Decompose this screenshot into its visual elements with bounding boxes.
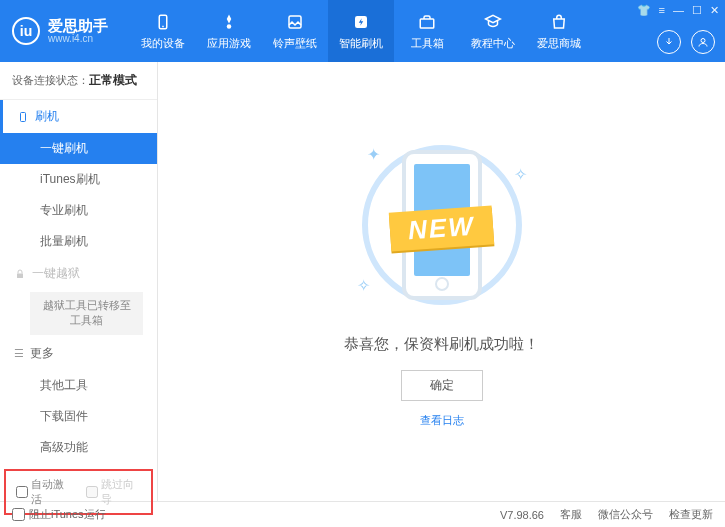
sidebar-item-itunes-flash[interactable]: iTunes刷机 bbox=[0, 164, 157, 195]
svg-rect-7 bbox=[21, 112, 26, 121]
connection-status: 设备连接状态：正常模式 bbox=[0, 62, 157, 100]
tutorial-icon bbox=[483, 12, 503, 32]
nav-tutorials[interactable]: 教程中心 bbox=[460, 0, 526, 62]
view-log-link[interactable]: 查看日志 bbox=[420, 413, 464, 428]
maximize-button[interactable]: ☐ bbox=[692, 4, 702, 17]
nav-label: 教程中心 bbox=[471, 36, 515, 51]
nav-label: 铃声壁纸 bbox=[273, 36, 317, 51]
svg-point-6 bbox=[701, 39, 705, 43]
nav-my-device[interactable]: 我的设备 bbox=[130, 0, 196, 62]
lock-icon bbox=[14, 268, 26, 280]
footer-wechat[interactable]: 微信公众号 bbox=[598, 507, 653, 522]
success-message: 恭喜您，保资料刷机成功啦！ bbox=[344, 335, 539, 354]
checkbox-auto-activate[interactable]: 自动激活 bbox=[16, 477, 72, 507]
footer-check-update[interactable]: 检查更新 bbox=[669, 507, 713, 522]
nav-label: 应用游戏 bbox=[207, 36, 251, 51]
jailbreak-note: 越狱工具已转移至工具箱 bbox=[30, 292, 143, 335]
apps-icon bbox=[219, 12, 239, 32]
nav-apps-games[interactable]: 应用游戏 bbox=[196, 0, 262, 62]
svg-rect-3 bbox=[289, 16, 301, 28]
menu-icon[interactable]: ≡ bbox=[659, 4, 665, 17]
wallpaper-icon bbox=[285, 12, 305, 32]
main-content: ✦ ✧ ✧ NEW 恭喜您，保资料刷机成功啦！ 确定 查看日志 bbox=[158, 62, 725, 501]
sidebar-item-other-tools[interactable]: 其他工具 bbox=[0, 370, 157, 401]
sidebar-section-jailbreak: 一键越狱 bbox=[0, 257, 157, 290]
close-button[interactable]: ✕ bbox=[710, 4, 719, 17]
nav-store[interactable]: 爱思商城 bbox=[526, 0, 592, 62]
sidebar: 设备连接状态：正常模式 刷机 一键刷机 iTunes刷机 专业刷机 批量刷机 一… bbox=[0, 62, 158, 501]
nav-toolbox[interactable]: 工具箱 bbox=[394, 0, 460, 62]
app-logo: iu 爱思助手 www.i4.cn bbox=[0, 17, 120, 45]
nav-label: 我的设备 bbox=[141, 36, 185, 51]
logo-icon: iu bbox=[12, 17, 40, 45]
menu-icon bbox=[14, 346, 24, 360]
window-controls: 👕 ≡ — ☐ ✕ bbox=[637, 4, 719, 17]
checkbox-skip-guide[interactable]: 跳过向导 bbox=[86, 477, 142, 507]
ok-button[interactable]: 确定 bbox=[401, 370, 483, 401]
checkbox-block-itunes[interactable]: 阻止iTunes运行 bbox=[12, 507, 106, 522]
new-banner: NEW bbox=[389, 205, 494, 251]
nav-label: 工具箱 bbox=[411, 36, 444, 51]
download-button[interactable] bbox=[657, 30, 681, 54]
minimize-button[interactable]: — bbox=[673, 4, 684, 17]
nav-ringtones[interactable]: 铃声壁纸 bbox=[262, 0, 328, 62]
footer-support[interactable]: 客服 bbox=[560, 507, 582, 522]
sidebar-item-download-firmware[interactable]: 下载固件 bbox=[0, 401, 157, 432]
sidebar-item-pro-flash[interactable]: 专业刷机 bbox=[0, 195, 157, 226]
svg-point-2 bbox=[227, 24, 232, 29]
nav-label: 智能刷机 bbox=[339, 36, 383, 51]
sidebar-section-more[interactable]: 更多 bbox=[0, 337, 157, 370]
sidebar-item-advanced[interactable]: 高级功能 bbox=[0, 432, 157, 463]
sidebar-section-flash[interactable]: 刷机 bbox=[0, 100, 157, 133]
app-url: www.i4.cn bbox=[48, 33, 108, 44]
sidebar-item-oneclick-flash[interactable]: 一键刷机 bbox=[0, 133, 157, 164]
user-button[interactable] bbox=[691, 30, 715, 54]
app-title: 爱思助手 bbox=[48, 18, 108, 33]
svg-rect-8 bbox=[17, 273, 23, 278]
success-illustration: ✦ ✧ ✧ NEW bbox=[347, 135, 537, 315]
main-nav: 我的设备 应用游戏 铃声壁纸 智能刷机 工具箱 bbox=[130, 0, 592, 62]
device-icon bbox=[153, 12, 173, 32]
version-label: V7.98.66 bbox=[500, 509, 544, 521]
sidebar-item-batch-flash[interactable]: 批量刷机 bbox=[0, 226, 157, 257]
store-icon bbox=[549, 12, 569, 32]
nav-smart-flash[interactable]: 智能刷机 bbox=[328, 0, 394, 62]
phone-icon bbox=[17, 111, 29, 123]
nav-label: 爱思商城 bbox=[537, 36, 581, 51]
toolbox-icon bbox=[417, 12, 437, 32]
shirt-icon[interactable]: 👕 bbox=[637, 4, 651, 17]
flash-icon bbox=[351, 12, 371, 32]
svg-rect-5 bbox=[420, 19, 434, 28]
